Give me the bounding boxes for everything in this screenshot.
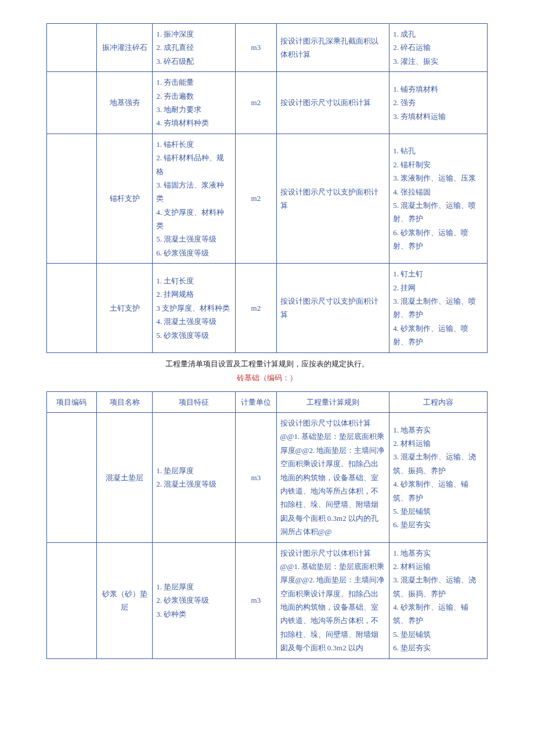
cell-features: 1. 垫层厚度 2. 砂浆强度等级 3. 砂种类 <box>153 542 236 658</box>
cell-name: 地基强夯 <box>96 72 152 134</box>
cell-code <box>47 24 97 72</box>
cell-rule: 按设计图示尺寸以支护面积计算 <box>276 264 389 352</box>
cell-features: 1. 振冲深度 2. 成孔直径 3. 碎石级配 <box>153 24 236 72</box>
table-construction-items-2: 项目编码 项目名称 项目特征 计量单位 工程量计算规则 工程内容 混凝土垫层 1… <box>46 391 488 659</box>
table-header-row: 项目编码 项目名称 项目特征 计量单位 工程量计算规则 工程内容 <box>47 391 488 412</box>
header-rule: 工程量计算规则 <box>276 391 389 412</box>
cell-unit: m2 <box>236 72 276 134</box>
cell-unit: m3 <box>236 24 276 72</box>
cell-content: 1. 铺夯填材料 2. 强夯 3. 夯填材料运输 <box>389 72 488 134</box>
cell-code <box>47 264 97 352</box>
table-row: 地基强夯 1. 夯击能量 2. 夯击遍数 3. 地耐力要求 4. 夯填材料种类 … <box>47 72 488 134</box>
cell-content: 1. 成孔 2. 碎石运输 3. 灌注、振实 <box>389 24 488 72</box>
cell-rule: 按设计图示孔深乘孔截面积以体积计算 <box>276 24 389 72</box>
cell-code <box>47 134 97 264</box>
table-row: 砂浆（砂）垫层 1. 垫层厚度 2. 砂浆强度等级 3. 砂种类 m3 按设计图… <box>47 542 488 658</box>
note-text: 工程量清单项目设置及工程量计算规则，应按表的规定执行。 <box>46 359 488 369</box>
table-row: 土钉支护 1. 土钉长度 2. 挂网规格 3 支护厚度、材料种类 4. 混凝土强… <box>47 264 488 352</box>
cell-code <box>47 72 97 134</box>
header-name: 项目名称 <box>96 391 152 412</box>
cell-unit: m2 <box>236 264 276 352</box>
cell-rule: 按设计图示尺寸以支护面积计算 <box>276 134 389 264</box>
cell-rule: 按设计图示尺寸以面积计算 <box>276 72 389 134</box>
cell-unit: m3 <box>236 412 276 542</box>
cell-code <box>47 542 97 658</box>
cell-name: 混凝土垫层 <box>96 412 152 542</box>
cell-content: 1. 地基夯实 2. 材料运输 3. 混凝土制作、运输、浇筑、振捣、养护 4. … <box>389 542 488 658</box>
cell-name: 振冲灌注碎石 <box>96 24 152 72</box>
cell-features: 1. 夯击能量 2. 夯击遍数 3. 地耐力要求 4. 夯填材料种类 <box>153 72 236 134</box>
cell-content: 1. 钉土钉 2. 挂网 3. 混凝土制作、运输、喷射、养护 4. 砂浆制作、运… <box>389 264 488 352</box>
header-features: 项目特征 <box>153 391 236 412</box>
table-row: 混凝土垫层 1. 垫层厚度 2. 混凝土强度等级 m3 按设计图示尺寸以体积计算… <box>47 412 488 542</box>
table-row: 振冲灌注碎石 1. 振冲深度 2. 成孔直径 3. 碎石级配 m3 按设计图示孔… <box>47 24 488 72</box>
cell-name: 锚杆支护 <box>96 134 152 264</box>
cell-rule: 按设计图示尺寸以体积计算@@1. 基础垫层：垫层底面积乘厚度@@2. 地面垫层：… <box>276 412 389 542</box>
cell-code <box>47 412 97 542</box>
cell-content: 1. 钻孔 2. 锚杆制安 3. 浆液制作、运输、压浆 4. 张拉锚固 5. 混… <box>389 134 488 264</box>
section-title-brick-foundation: 砖基础（编码：） <box>46 373 488 383</box>
cell-features: 1. 垫层厚度 2. 混凝土强度等级 <box>153 412 236 542</box>
cell-features: 1. 土钉长度 2. 挂网规格 3 支护厚度、材料种类 4. 混凝土强度等级 5… <box>153 264 236 352</box>
cell-unit: m3 <box>236 542 276 658</box>
cell-name: 砂浆（砂）垫层 <box>96 542 152 658</box>
cell-name: 土钉支护 <box>96 264 152 352</box>
table-row: 锚杆支护 1. 锚杆长度 2. 锚杆材料品种、规格 3. 锚固方法、浆液种类 4… <box>47 134 488 264</box>
header-unit: 计量单位 <box>236 391 276 412</box>
cell-unit: m2 <box>236 134 276 264</box>
header-content: 工程内容 <box>389 391 488 412</box>
cell-content: 1. 地基夯实 2. 材料运输 3. 混凝土制作、运输、浇筑、振捣、养护 4. … <box>389 412 488 542</box>
cell-features: 1. 锚杆长度 2. 锚杆材料品种、规格 3. 锚固方法、浆液种类 4. 支护厚… <box>153 134 236 264</box>
table-construction-items-1: 振冲灌注碎石 1. 振冲深度 2. 成孔直径 3. 碎石级配 m3 按设计图示孔… <box>46 23 488 353</box>
cell-rule: 按设计图示尺寸以体积计算@@1. 基础垫层：垫层底面积乘厚度@@2. 地面垫层：… <box>276 542 389 658</box>
header-code: 项目编码 <box>47 391 97 412</box>
